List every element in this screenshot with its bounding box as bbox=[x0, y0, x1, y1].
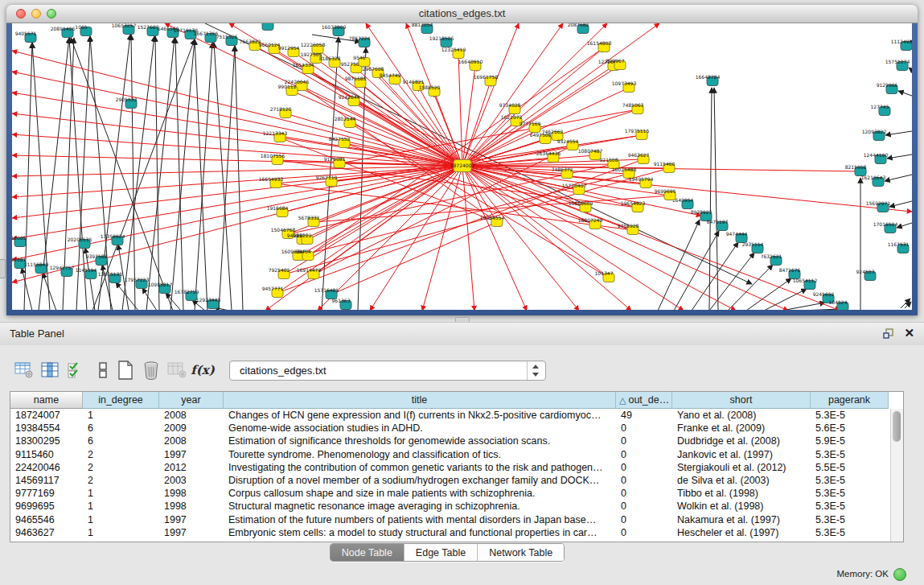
graph-node-label: 9457771 bbox=[262, 286, 284, 291]
tab-network-table[interactable]: Network Table bbox=[478, 544, 564, 561]
table-row[interactable]: 1456911722003Disruption of a novel membe… bbox=[10, 474, 903, 487]
graph-node-label: 12325419 bbox=[441, 47, 466, 52]
graph-edge bbox=[462, 166, 527, 310]
dropdown-selected-value: citations_edges.txt bbox=[240, 365, 326, 377]
graph-node[interactable] bbox=[262, 23, 273, 31]
table-cell: 9465546 bbox=[10, 514, 83, 525]
graph-node-label: 2967608 bbox=[363, 66, 384, 72]
sort-ascending-icon: △ bbox=[619, 395, 626, 406]
column-header-label: pagerank bbox=[828, 394, 870, 406]
network-canvas[interactable]: 9405571208914061065106532571527607646616… bbox=[12, 23, 912, 310]
close-panel-icon[interactable]: ✕ bbox=[904, 326, 914, 340]
graph-node-label: 16154808 bbox=[587, 40, 612, 46]
float-panel-icon[interactable] bbox=[882, 328, 895, 340]
table-cell: 5.9E-5 bbox=[811, 435, 889, 447]
table-cell: 5.3E-5 bbox=[811, 449, 889, 460]
table-cell: de Silva et al. (2003) bbox=[672, 475, 811, 486]
column-header-short[interactable]: short bbox=[672, 392, 811, 409]
column-header-year[interactable]: year bbox=[159, 392, 224, 409]
function-builder-button[interactable]: f(x) bbox=[191, 359, 214, 381]
window-titlebar[interactable]: citations_edges.txt bbox=[6, 5, 918, 23]
vertical-scrollbar[interactable] bbox=[890, 409, 903, 542]
graph-node-label: 18807249 bbox=[578, 217, 603, 223]
column-header-title[interactable]: title bbox=[224, 392, 616, 409]
tab-edge-table[interactable]: Edge Table bbox=[405, 544, 478, 561]
row-selection-button[interactable] bbox=[64, 359, 87, 381]
graph-node-label: 7925402 bbox=[269, 267, 290, 273]
graph-node-label: 10973493 bbox=[612, 80, 637, 86]
table-cell: Dudbridge et al. (2008) bbox=[672, 435, 811, 447]
graph-node-label: 16640910 bbox=[458, 59, 483, 64]
table-row[interactable]: 911546021997Tourette syndrome. Phenomeno… bbox=[10, 448, 903, 461]
graph-edge bbox=[709, 253, 754, 310]
graph-node-label: 9146821 bbox=[403, 79, 425, 84]
tab-node-table[interactable]: Node Table bbox=[331, 544, 405, 561]
memory-status-dot[interactable] bbox=[893, 568, 906, 581]
column-header-out_de[interactable]: △out_de… bbox=[616, 392, 672, 409]
graph-node-label: 1065 bbox=[75, 24, 87, 30]
table-cell: 9777169 bbox=[10, 488, 83, 499]
table-cell: Changes of HCN gene expression and I(f) … bbox=[224, 410, 616, 421]
table-cell: Structural magnetic resonance image aver… bbox=[224, 501, 616, 512]
graph-node-label: 10654112 bbox=[793, 278, 818, 283]
table-row[interactable]: 2242004622012Investigating the contribut… bbox=[10, 461, 903, 474]
graph-node-label: 10985817 bbox=[148, 282, 173, 287]
graph-edge bbox=[901, 299, 910, 308]
table-cell: Tourette syndrome. Phenomenology and cla… bbox=[224, 449, 616, 460]
table-cell: 2 bbox=[83, 449, 159, 460]
table-cell: Wolkin et al. (1998) bbox=[672, 501, 811, 512]
delete-column-button[interactable] bbox=[140, 359, 162, 381]
screen-edge-handle[interactable] bbox=[0, 259, 6, 278]
table-panel-header: Table Panel ✕ bbox=[0, 322, 924, 346]
node-table: namein_degreeyeartitle△out_de…shortpager… bbox=[10, 391, 904, 542]
table-cell: 2008 bbox=[159, 410, 224, 421]
graph-node-label: 8186328 bbox=[319, 56, 341, 61]
graph-edge bbox=[146, 38, 175, 310]
table-row[interactable]: 946362711997Embryonic stem cells: a mode… bbox=[10, 526, 903, 539]
column-header-name[interactable]: name bbox=[10, 392, 83, 409]
table-row[interactable]: 969969511998Structural magnetic resonanc… bbox=[10, 500, 903, 513]
graph-node-label: 10807487 bbox=[578, 148, 603, 154]
graph-node-label: 15716485 bbox=[314, 287, 339, 293]
table-cell: 1 bbox=[83, 410, 159, 421]
table-cell: 9115460 bbox=[10, 449, 83, 460]
table-row[interactable]: 1938455462009Genome-wide association stu… bbox=[10, 422, 903, 435]
graph-edge bbox=[175, 38, 183, 310]
table-row[interactable]: 946554611997Estimation of the future num… bbox=[10, 513, 903, 526]
column-header-label: year bbox=[181, 394, 200, 406]
column-header-pagerank[interactable]: pagerank bbox=[811, 392, 889, 409]
table-cell: 5.3E-5 bbox=[811, 527, 889, 538]
new-document-icon bbox=[117, 360, 134, 380]
graph-edge bbox=[898, 91, 912, 96]
graph-edge bbox=[166, 293, 181, 310]
graph-node-label: 19384554 bbox=[480, 215, 505, 220]
graph-node-label: 16033809 bbox=[322, 24, 347, 30]
table-cell: 9463627 bbox=[10, 527, 83, 538]
column-header-in_degree[interactable]: in_degree bbox=[83, 392, 159, 409]
graph-node-label: 9875685 bbox=[345, 76, 367, 81]
graph-node-label: 12923445 bbox=[196, 297, 221, 303]
graph-node-label: 17359924 bbox=[101, 233, 125, 239]
scrollbar-thumb[interactable] bbox=[893, 411, 901, 442]
show-columns-button[interactable] bbox=[39, 359, 61, 381]
graph-edge bbox=[12, 51, 462, 166]
row-height-button[interactable] bbox=[92, 359, 114, 381]
table-mode-button[interactable] bbox=[13, 359, 35, 381]
table-cell: 5.5E-5 bbox=[811, 462, 889, 473]
stepper-up-icon bbox=[532, 365, 539, 369]
table-cell: Investigating the contribution of common… bbox=[224, 462, 616, 473]
table-row[interactable]: 1872400712008Changes of HCN gene express… bbox=[10, 409, 903, 422]
graph-node-label: 9912954 bbox=[278, 45, 300, 51]
create-column-button[interactable] bbox=[114, 359, 137, 381]
delete-table-button[interactable] bbox=[166, 359, 188, 381]
table-select-dropdown[interactable]: citations_edges.txt bbox=[229, 360, 546, 381]
table-cell: 1997 bbox=[159, 514, 224, 525]
table-row[interactable]: 977716911998Corpus callosum shape and si… bbox=[10, 487, 903, 500]
network-graph[interactable]: 9405571208914061065106532571527607646616… bbox=[12, 23, 912, 310]
graph-node-label: 1621072 bbox=[501, 114, 523, 120]
table-row[interactable]: 1830029562008Estimation of significance … bbox=[10, 435, 903, 447]
graph-node-label: 8427552 bbox=[329, 136, 351, 142]
table-cell: 1 bbox=[83, 501, 159, 512]
graph-edge bbox=[12, 72, 462, 166]
table-cell: 2012 bbox=[159, 462, 224, 473]
